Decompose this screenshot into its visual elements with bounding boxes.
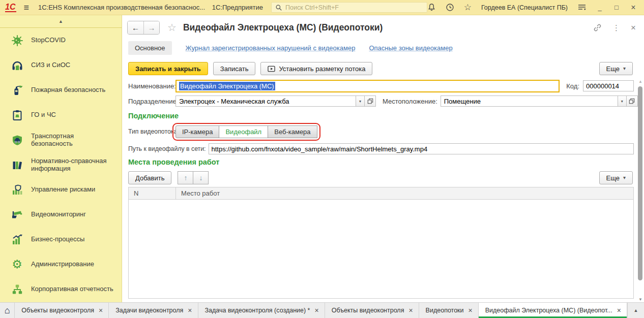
home-tab[interactable]: ⌂ (0, 303, 15, 318)
stream-type-label: Тип видеопотока: (128, 128, 175, 135)
table-header: N Место работ (129, 187, 633, 200)
code-input[interactable]: 000000014 (583, 80, 634, 91)
add-favorite-star-icon[interactable]: ☆ (167, 22, 177, 33)
video-path-input[interactable]: https://github.com/fnxota/video_sample/r… (209, 143, 634, 154)
scroll-up-icon[interactable]: ▲ (637, 79, 643, 84)
sidebar-item-siz-sios[interactable]: СИЗ и СиОС (0, 53, 122, 78)
minimize-button[interactable]: _ (596, 4, 603, 11)
taskbar-tab-objects-1[interactable]: Объекты видеоконтроля × (15, 303, 109, 318)
global-search[interactable] (271, 2, 427, 13)
column-header-place[interactable]: Место работ (176, 187, 633, 199)
sidebar-item-video-monitoring[interactable]: Видеомониторинг (0, 202, 122, 227)
application-window: 1С ≡ 1С:EHS Комплексная производственная… (0, 0, 644, 318)
stream-type-toggle-group: IP-камера Видеофайл Веб-камера (175, 125, 317, 138)
tab-close-icon[interactable]: × (188, 307, 192, 314)
table-body-empty[interactable] (129, 200, 633, 298)
taskbar-tab-video-file-active[interactable]: Видеофайл Электроцеха (МС) (Видеопот... … (479, 303, 627, 318)
save-button[interactable]: Записать (213, 62, 256, 75)
close-form-icon[interactable]: × (631, 23, 636, 32)
get-link-icon[interactable] (593, 23, 602, 32)
scroll-down-icon[interactable]: ▼ (637, 297, 643, 302)
tab-close-icon[interactable]: × (315, 307, 319, 314)
stream-type-row: Тип видеопотока: IP-камера Видеофайл Веб… (128, 124, 634, 139)
link-violations-journal[interactable]: Журнал зарегистрированных нарушений с ви… (186, 44, 356, 52)
department-open-icon[interactable] (365, 96, 376, 107)
sidebar-item-label: Видеомониторинг (31, 211, 86, 218)
page-title: Видеофайл Электроцеха (МС) (Видеопотоки) (183, 22, 383, 33)
gear-icon: ⚙ (10, 259, 24, 270)
forward-button[interactable]: → (143, 21, 159, 34)
taskbar-scroll-up-button[interactable]: ▲ (627, 303, 644, 318)
move-down-button[interactable]: ↓ (193, 171, 209, 184)
history-clock-icon[interactable] (446, 3, 454, 12)
code-value: 000000014 (586, 82, 619, 90)
move-buttons: ↑ ↓ (178, 171, 209, 184)
history-nav: ← → (127, 21, 160, 35)
location-input[interactable]: Помещение (441, 96, 618, 107)
location-dropdown-icon[interactable]: ▾ (618, 96, 627, 107)
form-area: ← → ☆ Видеофайл Электроцеха (МС) (Видеоп… (122, 15, 644, 302)
sidebar-item-fire-safety[interactable]: Пожарная безопасность (0, 78, 122, 103)
department-dropdown-icon[interactable]: ▾ (356, 96, 365, 107)
sidebar-item-label: Корпоративная отчетность (31, 285, 113, 293)
more-actions-button[interactable]: Еще ▾ (599, 62, 633, 75)
more-actions-label: Еще (606, 65, 620, 73)
name-input[interactable]: Видеофайл Электроцеха (МС) (175, 80, 560, 92)
column-header-n[interactable]: N (129, 187, 176, 199)
move-up-button[interactable]: ↑ (178, 171, 193, 184)
fire-extinguisher-icon (10, 84, 24, 97)
location-open-icon[interactable] (627, 96, 638, 107)
sidebar-item-label: Транспортная безопасность (31, 133, 114, 148)
more-menu-icon[interactable]: ⋮ (612, 24, 620, 31)
table-more-button[interactable]: Еще ▾ (599, 171, 633, 184)
department-input[interactable]: Электроцех - Механическая служба (175, 96, 356, 107)
add-row-button[interactable]: Добавить (128, 171, 171, 184)
sidebar-item-administration[interactable]: ⚙ Администрирование (0, 252, 122, 277)
video-path-row: Путь к видеофайлу в сети: https://github… (128, 143, 634, 155)
cctv-camera-icon (10, 209, 24, 221)
favorites-star-icon[interactable]: ☆ (464, 3, 472, 12)
virus-icon (10, 35, 24, 47)
sidebar-item-label: Управление рисками (31, 186, 95, 194)
video-markup-icon (268, 65, 275, 73)
stream-type-video-file[interactable]: Видеофайл (219, 125, 268, 138)
current-user[interactable]: Гордеев ЕА (Специалист ПБ) (481, 4, 568, 11)
set-stream-markup-label: Установить разметку потока (279, 65, 365, 73)
department-row: Подразделение: Электроцех - Механическая… (128, 95, 634, 107)
taskbar-tab-tasks[interactable]: Задачи видеоконтроля × (109, 303, 198, 318)
taskbar-tab-task-new[interactable]: Задача видеоконтроля (создание) * × (198, 303, 325, 318)
risk-chart-shield-icon (10, 184, 24, 196)
back-button[interactable]: ← (128, 21, 143, 34)
taskbar-tab-objects-2[interactable]: Объекты видеоконтроля × (325, 303, 419, 318)
sidebar-item-go-chs[interactable]: ГО и ЧС (0, 103, 122, 128)
main-menu-icon[interactable]: ≡ (23, 3, 29, 12)
service-menu-icon[interactable] (577, 4, 587, 11)
close-window-button[interactable]: × (630, 3, 637, 12)
link-danger-zones[interactable]: Опасные зоны видеокамер (369, 44, 452, 52)
search-input[interactable] (285, 4, 423, 11)
stream-type-web-camera[interactable]: Веб-камера (268, 125, 317, 138)
tab-close-icon[interactable]: × (617, 307, 621, 314)
tab-main[interactable]: Основное (128, 41, 172, 55)
tab-close-icon[interactable]: × (99, 307, 103, 314)
maximize-button[interactable]: □ (613, 4, 620, 11)
sidebar-item-reference-info[interactable]: Нормативно-справочная информация (0, 152, 122, 177)
sidebar-item-stopcovid[interactable]: StopCOVID (0, 28, 122, 53)
taskbar-tab-streams[interactable]: Видеопотоки × (419, 303, 479, 318)
tab-close-icon[interactable]: × (408, 307, 413, 314)
notifications-bell-icon[interactable] (427, 3, 436, 12)
sidebar-item-business-processes[interactable]: Бизнес-процессы (0, 227, 122, 252)
tab-close-icon[interactable]: × (469, 307, 473, 314)
scrollbar-thumb[interactable] (638, 86, 642, 280)
sidebar-collapse-button[interactable]: ▲ (0, 15, 122, 28)
set-stream-markup-button[interactable]: Установить разметку потока (260, 62, 372, 75)
name-row: Наименование: Видеофайл Электроцеха (МС)… (128, 79, 634, 92)
sidebar-item-transport-security[interactable]: Транспортная безопасность (0, 128, 122, 152)
title-bar: 1С ≡ 1С:EHS Комплексная производственная… (0, 0, 644, 15)
save-and-close-button[interactable]: Записать и закрыть (128, 62, 208, 75)
sidebar-item-risk-management[interactable]: Управление рисками (0, 177, 122, 202)
app-name-text: 1С:Предприятие (212, 4, 263, 11)
sidebar-item-corporate-reporting[interactable]: Корпоративная отчетность (0, 277, 122, 302)
department-combo: Электроцех - Механическая служба ▾ (175, 96, 376, 107)
stream-type-ip-camera[interactable]: IP-камера (175, 125, 219, 138)
